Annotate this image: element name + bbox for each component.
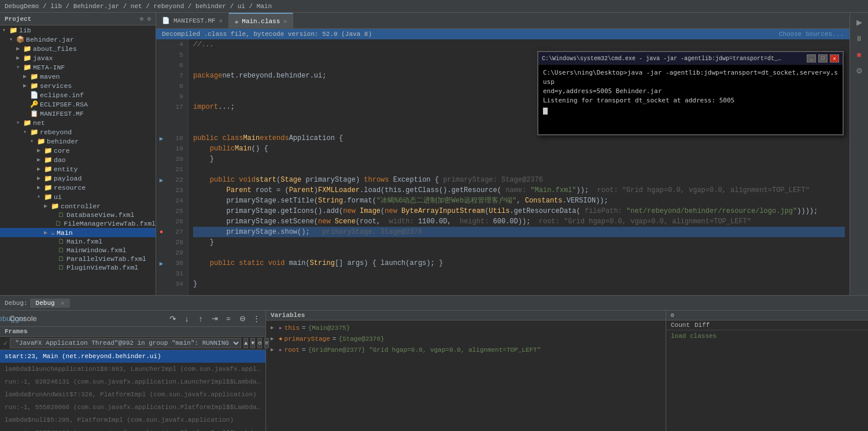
tree-label: eclipse.inf — [40, 91, 84, 99]
bottom-tab-debug[interactable]: Debug ✕ — [30, 299, 71, 308]
tree-label: maven — [40, 73, 60, 80]
cmd-line3: Listening for transport dt_socket at add… — [543, 96, 838, 105]
tree-item-main-fxml[interactable]: ▶ 🗋 Main.fxml — [0, 237, 156, 246]
tree-item-payload[interactable]: ▶ 📁 payload — [0, 174, 156, 183]
bottom-panel: Debug: Debug ✕ Debugger Console ↷ ↓ ↑ ⇥ … — [0, 295, 868, 431]
folder-icon: 📁 — [44, 146, 52, 154]
debug-stop-btn[interactable]: ■ — [852, 47, 866, 61]
tree-item-mainwindow-fxml[interactable]: ▶ 🗋 MainWindow.fxml — [0, 246, 156, 255]
code-line — [193, 268, 845, 279]
tree-item-behinder[interactable]: ▾ 📁 behinder — [0, 137, 156, 146]
count-label: Count — [671, 322, 690, 329]
tab-main-class[interactable]: ☕ Main.class ✕ — [229, 13, 294, 29]
tree-label: PluginViewTab.fxml — [67, 264, 138, 271]
tab-manifest[interactable]: 📄 MANIFEST.MF ✕ — [156, 13, 229, 29]
tree-item-net[interactable]: ▾ 📁 net — [0, 118, 156, 127]
diff-label: Diff — [695, 322, 710, 329]
tree-item-pluginview-fxml[interactable]: ▶ 🗋 PluginViewTab.fxml — [0, 263, 156, 272]
tree-label: lib — [19, 27, 31, 34]
stack-frame[interactable]: run:-1, 555820066 (com.sun.javafx.applic… — [0, 401, 265, 414]
tree-label: Main — [57, 229, 73, 237]
tree-item-main-class[interactable]: ▶ ☕ Main — [0, 228, 156, 237]
stack-frame[interactable]: lambda$launchApplication1$8:863, Launche… — [0, 363, 265, 375]
stack-frame[interactable]: lambda$runAndWait$7:326, PlatformImpl (c… — [0, 388, 265, 401]
stack-frame[interactable]: run:-1, 785742480 (com.sun.javafx.applic… — [0, 426, 265, 431]
tree-label: ECLIPSEF.RSA — [40, 101, 88, 108]
thread-down-btn[interactable]: ▼ — [250, 338, 255, 348]
step-out-btn[interactable]: ↑ — [195, 313, 206, 325]
var-this[interactable]: ▶ ▸ this = {Main@2375} — [266, 323, 666, 334]
close-debug-tab-btn[interactable]: ✕ — [61, 300, 64, 307]
tree-item-lib[interactable]: ▾ 📁 lib — [0, 25, 156, 35]
tree-item-eclipsef-rsa[interactable]: ▶ 🔑 ECLIPSEF.RSA — [0, 100, 156, 109]
tree-label: ui — [54, 193, 62, 201]
fxml-icon: 🗋 — [58, 255, 65, 263]
evaluate-btn[interactable]: = — [223, 313, 234, 325]
console-tab-btn[interactable]: Console — [17, 313, 29, 325]
stack-frame[interactable]: lambda$null$5:295, PlatformImpl (com.sun… — [0, 414, 265, 426]
filter-btn[interactable]: ⊖ — [237, 313, 248, 325]
var-primary-stage[interactable]: ▶ ● primaryStage = {Stage@2376} — [266, 334, 666, 345]
debug-pause-btn[interactable]: ⏸ — [852, 31, 866, 45]
debug-resume-btn[interactable]: ▶ — [852, 15, 866, 29]
tree-label: Main.fxml — [67, 238, 102, 245]
tree-item-meta-inf[interactable]: ▾ 📁 META-INF — [0, 62, 156, 72]
tree-label: core — [54, 147, 70, 154]
tree-item-databaseview-fxml[interactable]: ▶ 🗋 DatabaseView.fxml — [0, 211, 156, 219]
thread-dropdown[interactable]: "JavaFX Application Thread"@992 in group… — [10, 338, 241, 348]
tree-label: MainWindow.fxml — [67, 246, 127, 254]
cmd-line2: end=y,address=5005 Behinder.jar — [543, 87, 838, 96]
expand-icon[interactable]: ⊕ — [140, 15, 144, 23]
tree-item-maven[interactable]: ▶ 📁 maven — [0, 72, 156, 81]
tree-label: dao — [54, 156, 66, 164]
tree-item-behinder-jar[interactable]: ▾ 📦 Behinder.jar — [0, 35, 156, 44]
sidebar-header: Project ⊕ ⚙ — [0, 13, 156, 25]
code-line: public void start(Stage primaryStage) th… — [193, 175, 845, 185]
thread-filter-btn[interactable]: ⊖ — [257, 338, 262, 348]
tree-item-controller[interactable]: ▶ 📁 controller — [0, 201, 156, 211]
cmd-minimize-btn[interactable]: _ — [807, 54, 816, 62]
tree-item-services[interactable]: ▶ 📁 services — [0, 81, 156, 90]
more-btn[interactable]: ⋮ — [250, 313, 262, 325]
cmd-restore-btn[interactable]: □ — [818, 54, 828, 62]
bottom-content: Debugger Console ↷ ↓ ↑ ⇥ = ⊖ ⋮ Frames ✓ … — [0, 311, 868, 431]
settings-icon[interactable]: ⚙ — [147, 15, 151, 23]
tree-item-javax[interactable]: ▶ 📁 javax — [0, 53, 156, 62]
frame-label: lambda$launchApplication1$8:863, Launche… — [5, 366, 265, 373]
folder-icon: 📁 — [51, 202, 59, 210]
tree-label: resource — [54, 184, 86, 191]
thread-up-btn[interactable]: ▲ — [243, 338, 248, 348]
tree-item-eclipse-inf[interactable]: ▶ 📄 eclipse.inf — [0, 90, 156, 100]
thread-selector: ✓ "JavaFX Application Thread"@992 in gro… — [0, 337, 265, 350]
tree-item-core[interactable]: ▶ 📁 core — [0, 146, 156, 155]
tree-item-dao[interactable]: ▶ 📁 dao — [0, 155, 156, 164]
tree-item-resource[interactable]: ▶ 📁 resource — [0, 183, 156, 192]
gutter-cell — [156, 112, 167, 123]
step-over-btn[interactable]: ↷ — [167, 313, 179, 325]
folder-icon: 📁 — [23, 45, 31, 53]
close-manifest-btn[interactable]: ✕ — [219, 17, 223, 24]
var-root[interactable]: ▶ ▸ root = {GridPane@2377} "Grid hgap=0.… — [266, 345, 666, 356]
code-line: primaryStage.setScene(new Scene(root, wi… — [193, 216, 845, 227]
tree-item-filemanager-fxml[interactable]: ▶ 🗋 FileManagerViewTab.fxml — [0, 219, 156, 228]
tree-item-about-files[interactable]: ▶ 📁 about_files — [0, 44, 156, 53]
run-to-cursor-btn[interactable]: ⇥ — [209, 313, 220, 325]
tree-item-manifest-mf[interactable]: ▶ 📋 MANIFEST.MF — [0, 109, 156, 118]
tree-item-entity[interactable]: ▶ 📁 entity — [0, 164, 156, 174]
choose-sources-btn[interactable]: Choose Sources... — [779, 31, 844, 38]
cmd-close-btn[interactable]: ✕ — [830, 54, 839, 62]
step-into-btn[interactable]: ↓ — [181, 313, 193, 325]
stack-frame-active[interactable]: start:23, Main (net.rebeyond.behinder.ui… — [0, 350, 265, 363]
tree-label: rebeyond — [40, 128, 72, 136]
tree-item-rebeyond[interactable]: ▾ 📁 rebeyond — [0, 127, 156, 137]
tree-item-parallelview-fxml[interactable]: ▶ 🗋 ParallelViewTab.fxml — [0, 255, 156, 263]
stack-frame[interactable]: run:-1, 920246131 (com.sun.javafx.applic… — [0, 375, 265, 388]
folder-icon: 📁 — [44, 183, 52, 191]
gutter-cell — [156, 81, 167, 91]
cmd-controls: _ □ ✕ — [807, 54, 839, 62]
bottom-right-content: load classes — [666, 330, 868, 431]
tree-item-ui[interactable]: ▾ 📁 ui — [0, 192, 156, 201]
debug-settings-btn[interactable]: ⚙ — [852, 64, 866, 78]
close-main-btn[interactable]: ✕ — [283, 18, 287, 25]
tree-label: controller — [61, 202, 101, 210]
